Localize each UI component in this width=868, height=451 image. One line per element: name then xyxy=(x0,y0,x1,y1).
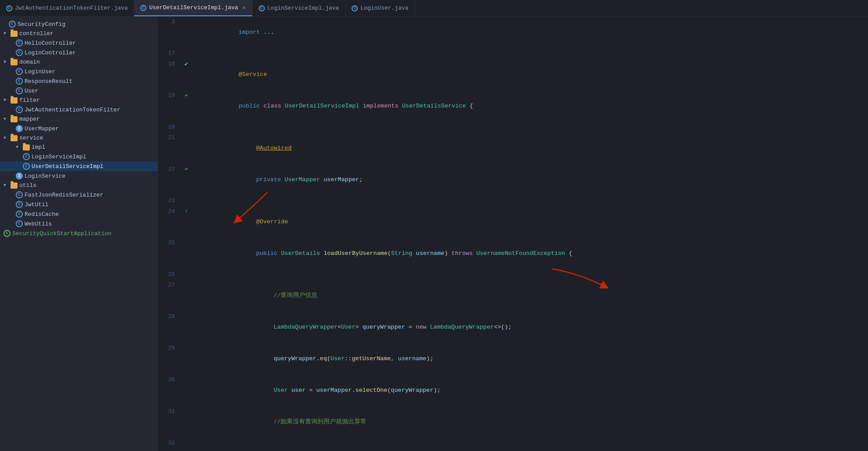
line-gutter xyxy=(180,311,192,343)
sidebar-item-responseresult[interactable]: C ResponseResult xyxy=(0,76,158,86)
table-row: 29 queryWrapper.eq(User::getUserName, us… xyxy=(158,343,868,375)
folder-icon xyxy=(11,183,18,189)
line-gutter xyxy=(180,238,192,269)
gutter-impl-icon: ↶ xyxy=(185,166,188,173)
chevron-down-icon: ▼ xyxy=(4,183,9,188)
line-number: 22 xyxy=(158,164,180,196)
tab-userdetail[interactable]: C UserDetailServiceImpl.java ✕ xyxy=(134,0,252,16)
line-gutter xyxy=(180,132,192,164)
sidebar-item-user[interactable]: C User xyxy=(0,86,158,96)
c-icon: C xyxy=(4,230,11,237)
c-icon: C xyxy=(16,211,23,218)
line-gutter xyxy=(180,48,192,59)
table-row: 30 User user = userMapper.selectOne(quer… xyxy=(158,375,868,406)
tab-icon-jwt: C xyxy=(6,5,12,11)
sidebar-item-logincontroller[interactable]: C LoginController xyxy=(0,48,158,57)
line-gutter: ↑ xyxy=(180,206,192,238)
sidebar-item-service-folder[interactable]: ▼ service xyxy=(0,133,158,143)
sidebar-item-securityapp[interactable]: C SecurityQuickStartApplication xyxy=(0,229,158,238)
line-content: import ... xyxy=(192,17,868,48)
sidebar-item-fastjson[interactable]: C FastJsonRedisSerializer xyxy=(0,190,158,200)
line-gutter: ↶ xyxy=(180,90,192,122)
line-number: 26 xyxy=(158,269,180,280)
table-row: 24 ↑ @Override xyxy=(158,206,868,238)
c-icon: C xyxy=(16,68,23,75)
tab-loginservice[interactable]: C LoginServiceImpl.java xyxy=(253,0,346,16)
sidebar-item-jwtfilter[interactable]: C JwtAuthenticationTokenFilter xyxy=(0,105,158,115)
line-content xyxy=(192,122,868,132)
line-content: public UserDetails loadUserByUsername(St… xyxy=(192,238,868,269)
line-content: public class UserDetailServiceImpl imple… xyxy=(192,90,868,122)
line-gutter xyxy=(180,438,192,451)
c-icon: C xyxy=(23,163,30,170)
sidebar-item-impl-folder[interactable]: ▼ impl xyxy=(0,143,158,152)
c-icon: C xyxy=(16,201,23,208)
table-row: 32 if(Objects.isNull(user)){ xyxy=(158,438,868,451)
sidebar-item-loginserviceimpl[interactable]: C LoginServiceImpl xyxy=(0,152,158,161)
tab-loginuser[interactable]: C LoginUser.java xyxy=(345,0,415,16)
sidebar-item-securityconfig[interactable]: C SecurityConfig xyxy=(0,19,158,29)
line-content: User user = userMapper.selectOne(queryWr… xyxy=(192,375,868,406)
sidebar-item-hellocontroller[interactable]: C HelloController xyxy=(0,38,158,48)
table-row: 28 LambdaQueryWrapper<User> queryWrapper… xyxy=(158,311,868,343)
line-gutter: ↶ xyxy=(180,164,192,196)
table-row: 20 xyxy=(158,122,868,132)
tab-icon-loginservice: C xyxy=(259,5,265,11)
folder-icon xyxy=(11,97,18,104)
line-content: @Override xyxy=(192,206,868,238)
gutter-check-icon: ✔ xyxy=(185,61,188,68)
code-table: 3 import ... 17 18 ✔ xyxy=(158,17,868,451)
sidebar-item-mapper-folder[interactable]: ▼ mapper xyxy=(0,115,158,124)
table-row: 27 //查询用户信息 xyxy=(158,280,868,311)
sidebar-item-controller-folder[interactable]: ▼ controller xyxy=(0,29,158,38)
sidebar-item-userdetailserviceimpl[interactable]: C UserDetailServiceImpl xyxy=(0,161,158,171)
c-icon: C xyxy=(9,21,16,28)
line-gutter xyxy=(180,17,192,48)
sidebar-item-rediscache[interactable]: C RedisCache xyxy=(0,209,158,219)
line-content: private UserMapper userMapper; xyxy=(192,164,868,196)
code-editor[interactable]: 3 import ... 17 18 ✔ xyxy=(158,17,868,451)
c-icon: C xyxy=(16,39,23,47)
line-content: if(Objects.isNull(user)){ xyxy=(192,438,868,451)
c-icon: C xyxy=(16,78,23,85)
sidebar-item-domain-folder[interactable]: ▼ domain xyxy=(0,57,158,67)
i-icon: I xyxy=(16,172,23,179)
folder-icon xyxy=(11,135,18,141)
sidebar-item-jwtutil[interactable]: C JwtUtil xyxy=(0,200,158,209)
sidebar-item-filter-folder[interactable]: ▼ filter xyxy=(0,96,158,105)
line-number: 17 xyxy=(158,48,180,59)
sidebar-item-loginservice[interactable]: I LoginService xyxy=(0,171,158,181)
line-number: 32 xyxy=(158,438,180,451)
line-number: 19 xyxy=(158,90,180,122)
tab-jwt[interactable]: C JwtAuthenticationTokenFilter.java xyxy=(0,0,134,16)
folder-icon xyxy=(11,59,18,65)
main-area: C SecurityConfig ▼ controller C HelloCon… xyxy=(0,17,868,451)
table-row: 25 public UserDetails loadUserByUsername… xyxy=(158,238,868,269)
line-number: 31 xyxy=(158,406,180,438)
sidebar-item-utils-folder[interactable]: ▼ utils xyxy=(0,181,158,190)
line-number: 27 xyxy=(158,280,180,311)
line-gutter xyxy=(180,406,192,438)
line-gutter xyxy=(180,196,192,206)
tab-close-userdetail[interactable]: ✕ xyxy=(242,4,245,11)
line-number: 28 xyxy=(158,311,180,343)
c-icon: C xyxy=(16,87,23,94)
table-row: 31 //如果没有查询到用户就抛出异常 xyxy=(158,406,868,438)
sidebar-item-webutils[interactable]: C WebUtils xyxy=(0,219,158,229)
line-content: //查询用户信息 xyxy=(192,280,868,311)
line-content: queryWrapper.eq(User::getUserName, usern… xyxy=(192,343,868,375)
chevron-down-icon: ▼ xyxy=(4,31,9,36)
chevron-down-icon: ▼ xyxy=(4,136,9,140)
line-content: //如果没有查询到用户就抛出异常 xyxy=(192,406,868,438)
tab-bar: C JwtAuthenticationTokenFilter.java C Us… xyxy=(0,0,868,17)
line-number: 18 xyxy=(158,59,180,90)
line-gutter xyxy=(180,122,192,132)
line-number: 30 xyxy=(158,375,180,406)
table-row: 21 @Autowired xyxy=(158,132,868,164)
sidebar-item-usermapper[interactable]: I UserMapper xyxy=(0,124,158,133)
chevron-down-icon: ▼ xyxy=(4,60,9,64)
line-content: @Autowired xyxy=(192,132,868,164)
sidebar-item-loginuser[interactable]: C LoginUser xyxy=(0,67,158,76)
tab-icon-userdetail: C xyxy=(140,5,146,11)
line-number: 24 xyxy=(158,206,180,238)
